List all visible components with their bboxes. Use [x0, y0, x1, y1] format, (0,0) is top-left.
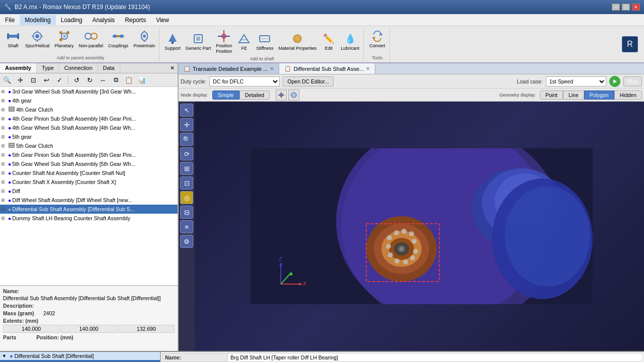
tree-item[interactable]: ⊞ 5th Gear Clutch — [0, 141, 178, 150]
doc-tab-transaxle[interactable]: 📋 Transaxle Detailed Example ... ✕ — [179, 63, 279, 74]
support-label: Support — [165, 46, 181, 51]
title-controls[interactable]: ─ □ ✕ — [612, 4, 640, 11]
maximize-button[interactable]: □ — [622, 4, 630, 11]
vp-arrow-button[interactable]: ↖ — [180, 104, 193, 117]
tree-area[interactable]: ⊞ ● 3rd Gear Wheel Sub Shaft Assembly [3… — [0, 87, 178, 286]
node-detailed-button[interactable]: Detailed — [239, 90, 270, 100]
node-display-group: Simple Detailed — [212, 90, 270, 100]
viewport[interactable]: ↖ ✛ 🔍 ⟳ ⊞ ⊡ ◎ ⊟ ≡ ⚙ — [179, 102, 644, 351]
tree-item-selected[interactable]: ⊞ ● Differential Sub Shaft Assembly [Dif… — [0, 205, 178, 214]
menu-file[interactable]: File — [0, 15, 20, 25]
bottom-tree[interactable]: ▼ ● Differential Sub Shaft [Differential… — [0, 352, 161, 362]
edit-button[interactable]: ✏️ Edit — [319, 31, 338, 52]
node-simple-button[interactable]: Simple — [212, 90, 239, 100]
vp-expand-button[interactable]: ⊡ — [180, 176, 193, 190]
rotate-right-button[interactable]: ↻ — [84, 74, 96, 85]
vp-pan-button[interactable]: ✛ — [180, 118, 193, 131]
minimize-button[interactable]: ─ — [612, 4, 620, 11]
menu-loading[interactable]: Loading — [56, 15, 88, 25]
spur-helical-button[interactable]: Spur/Helical — [23, 28, 52, 50]
tab-assembly[interactable]: Assembly — [0, 63, 37, 73]
tree-item[interactable]: ⊞ ● 3rd Gear Wheel Sub Shaft Assembly [3… — [0, 87, 178, 96]
doc-tab-differential[interactable]: 📋 Differential Sub Shaft Asse... ✕ — [279, 63, 375, 74]
play-button[interactable] — [609, 76, 620, 87]
search-button[interactable]: 🔍 — [1, 74, 13, 85]
left-panel: Assembly Type Connection Data ✕ 🔍 ✛ ⊡ ↩ … — [0, 63, 179, 351]
lubricant-button[interactable]: 💧 Lubricant — [339, 31, 361, 52]
close-panel-button[interactable]: ✕ — [167, 63, 178, 73]
close-button[interactable]: ✕ — [632, 4, 640, 11]
vp-active-button[interactable]: ◎ — [180, 191, 193, 204]
center-right: 📋 Transaxle Detailed Example ... ✕ 📋 Dif… — [179, 63, 644, 351]
tree-item[interactable]: ⊞ ● 5th Gear Wheel Sub Shaft Assembly [5… — [0, 159, 178, 168]
prop-key: Name: — [163, 353, 228, 362]
paste-button[interactable]: 📋 — [123, 74, 135, 85]
geom-polygon-button[interactable]: Polygon — [584, 90, 614, 100]
vp-zoom-button[interactable]: 🔍 — [180, 133, 193, 146]
vp-rotate-button[interactable]: ⟳ — [180, 147, 193, 160]
open-dc-editor-button[interactable]: Open DC Editor... — [283, 76, 333, 86]
chart-button[interactable]: 📊 — [136, 74, 148, 85]
tree-item[interactable]: ⊞ 4th Gear Clutch — [0, 105, 178, 114]
couplings-button[interactable]: Couplings — [106, 28, 130, 50]
add-button[interactable]: ✛ — [14, 74, 26, 85]
viewport-tools: ↖ ✛ 🔍 ⟳ ⊞ ⊡ ◎ ⊟ ≡ ⚙ — [179, 102, 195, 351]
vp-layers-button[interactable]: ≡ — [180, 220, 193, 233]
vp-section-button[interactable]: ⊟ — [180, 206, 193, 219]
tree-item[interactable]: ⊞ ● 5th gear — [0, 132, 178, 141]
support-icon — [166, 32, 180, 46]
generic-part-button[interactable]: Generic Part — [184, 31, 213, 52]
tree-item[interactable]: ⊞ ● Diff Wheel Shaft Assembly [Diff Whee… — [0, 196, 178, 205]
shaft-button[interactable]: Shaft — [4, 28, 22, 50]
differential-tab-close[interactable]: ✕ — [366, 66, 370, 71]
run-button[interactable]: Run — [623, 76, 642, 86]
support-button[interactable]: Support — [163, 31, 183, 52]
vp-fit-button[interactable]: ⊞ — [180, 162, 193, 175]
planetary-icon — [57, 29, 71, 43]
tree-item[interactable]: ⊞ ● 4th Gear Pinion Sub Shaft Assembly [… — [0, 114, 178, 123]
fe-button[interactable]: FE — [235, 31, 253, 52]
tree-item[interactable]: ⊞ ● Dummy Shaft LH Bearing Counter Shaft… — [0, 214, 178, 223]
planetary-button[interactable]: Planetary — [53, 28, 76, 50]
tree-item[interactable]: ⊞ ● 4th Gear Wheel Sub Shaft Assembly [4… — [0, 123, 178, 132]
tree-item[interactable]: ⊞ ● Counter Shaft Nut Assembly [Counter … — [0, 168, 178, 177]
non-parallel-button[interactable]: Non-parallel — [77, 28, 106, 50]
tree-item[interactable]: ⊞ ● Diff — [0, 187, 178, 196]
load-case-select[interactable]: 1st Speed — [546, 76, 606, 86]
position-button[interactable]: PositionPosition — [214, 28, 234, 55]
remove-button[interactable]: ⊡ — [27, 74, 39, 85]
menu-reports[interactable]: Reports — [120, 15, 151, 25]
tree-item[interactable]: ⊞ ● 5th Gear Pinion Sub Shaft Assembly [… — [0, 150, 178, 159]
material-properties-button[interactable]: Material Properties — [277, 31, 319, 52]
tree-item[interactable]: ⊞ ● 4th gear — [0, 96, 178, 105]
rotate-left-button[interactable]: ↺ — [70, 74, 83, 85]
geom-point-button[interactable]: Point — [540, 90, 563, 100]
menu-modelling[interactable]: Modelling — [20, 15, 55, 25]
convert-button[interactable]: Convert — [367, 28, 387, 50]
bt-item-bearing[interactable]: ◆ Brg Diff Shaft LH [Taper roller Diff L… — [0, 360, 160, 362]
position-label: Position: (mm) — [36, 334, 73, 340]
check-button[interactable]: ✓ — [53, 74, 65, 85]
transaxle-tab-close[interactable]: ✕ — [270, 66, 274, 71]
svg-point-67 — [394, 230, 399, 235]
bt-item[interactable]: ▼ ● Differential Sub Shaft [Differential… — [0, 352, 160, 360]
tree-item[interactable]: ⊞ ● Counter Shaft X Assembly [Counter Sh… — [0, 177, 178, 187]
copy-button[interactable]: ⧉ — [110, 74, 122, 85]
undo-button[interactable]: ↩ — [40, 74, 52, 85]
edit-icon: ✏️ — [321, 32, 336, 46]
menu-view[interactable]: View — [151, 15, 174, 25]
duty-cycle-select[interactable]: DC for DFLC — [209, 76, 280, 86]
tab-data[interactable]: Data — [98, 63, 120, 73]
ribbon: Shaft Spur/Helical Planetary — [0, 26, 644, 63]
crosshair-button[interactable] — [276, 89, 287, 101]
geom-line-button[interactable]: Line — [563, 90, 584, 100]
tab-type[interactable]: Type — [37, 63, 59, 73]
menu-analysis[interactable]: Analysis — [87, 15, 120, 25]
stiffness-button[interactable]: Stiffness — [254, 31, 275, 52]
geom-hidden-button[interactable]: Hidden — [614, 90, 642, 100]
rotate-3d-button[interactable] — [288, 89, 299, 101]
flip-button[interactable]: ↔ — [97, 74, 109, 85]
powertrain-button[interactable]: Powertrain — [131, 28, 157, 50]
tab-connection[interactable]: Connection — [59, 63, 98, 73]
vp-settings-button[interactable]: ⚙ — [180, 235, 193, 248]
